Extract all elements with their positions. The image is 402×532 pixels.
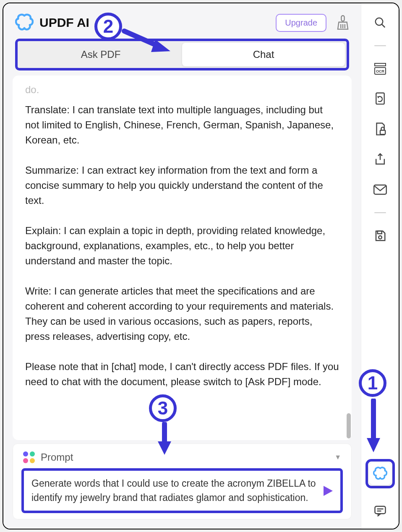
annotation-badge-2: 2 bbox=[94, 13, 122, 40]
svg-rect-13 bbox=[377, 231, 381, 234]
input-container: Prompt ▼ Generate words that I could use… bbox=[13, 443, 352, 519]
share-icon[interactable] bbox=[373, 152, 388, 167]
svg-rect-10 bbox=[380, 130, 385, 134]
svg-line-17 bbox=[124, 31, 159, 46]
app-frame: UPDF AI Upgrade Ask PDF Chat do. Transla… bbox=[3, 3, 399, 529]
logo-wrap: UPDF AI bbox=[15, 13, 89, 32]
chat-message-card: do. Translate: I can translate text into… bbox=[13, 76, 352, 440]
annotation-arrow-1 bbox=[365, 399, 382, 453]
svg-point-12 bbox=[379, 236, 382, 239]
ocr-icon[interactable]: OCR bbox=[373, 61, 388, 76]
search-icon[interactable] bbox=[373, 15, 388, 30]
rotate-icon[interactable] bbox=[373, 91, 388, 107]
send-button[interactable] bbox=[324, 486, 333, 496]
svg-marker-18 bbox=[151, 39, 170, 52]
upgrade-button[interactable]: Upgrade bbox=[276, 14, 326, 32]
ai-button-highlight bbox=[365, 459, 395, 488]
comment-icon[interactable] bbox=[373, 503, 388, 519]
svg-line-5 bbox=[381, 24, 385, 28]
app-logo-icon bbox=[15, 13, 34, 32]
prompt-selector[interactable]: Prompt ▼ bbox=[21, 450, 343, 468]
svg-marker-20 bbox=[158, 441, 171, 455]
annotation-arrow-3 bbox=[156, 422, 173, 456]
rail-divider bbox=[374, 212, 386, 213]
truncated-line: do. bbox=[25, 84, 339, 96]
chevron-down-icon: ▼ bbox=[334, 454, 341, 461]
svg-text:OCR: OCR bbox=[376, 69, 385, 73]
assistant-message-text: Translate: I can translate text into mul… bbox=[25, 102, 339, 389]
svg-point-4 bbox=[375, 18, 383, 26]
svg-rect-11 bbox=[374, 185, 386, 194]
scrollbar-thumb[interactable] bbox=[347, 413, 351, 438]
save-icon[interactable] bbox=[373, 228, 388, 243]
main-panel: UPDF AI Upgrade Ask PDF Chat do. Transla… bbox=[3, 3, 361, 529]
tabs-highlight: Ask PDF Chat bbox=[15, 39, 349, 70]
mail-icon[interactable] bbox=[373, 182, 388, 197]
svg-rect-0 bbox=[341, 16, 344, 21]
annotation-badge-3: 3 bbox=[149, 394, 177, 422]
svg-rect-14 bbox=[375, 506, 385, 514]
chat-input-highlight: Generate words that I could use to creat… bbox=[21, 468, 343, 513]
cleaner-icon[interactable] bbox=[337, 15, 349, 30]
svg-marker-22 bbox=[367, 438, 380, 452]
rail-divider bbox=[374, 45, 386, 46]
lock-file-icon[interactable] bbox=[373, 122, 388, 137]
annotation-badge-1: 1 bbox=[359, 369, 386, 397]
prompt-dots-icon bbox=[23, 451, 35, 463]
ai-assistant-button[interactable] bbox=[369, 462, 392, 485]
prompt-label: Prompt bbox=[41, 451, 73, 463]
tab-chat[interactable]: Chat bbox=[182, 43, 345, 66]
tabs-row: Ask PDF Chat bbox=[3, 39, 361, 70]
header: UPDF AI Upgrade bbox=[3, 3, 361, 39]
app-title: UPDF AI bbox=[39, 16, 89, 30]
svg-rect-8 bbox=[376, 93, 384, 104]
annotation-arrow-2 bbox=[122, 25, 172, 55]
chat-input[interactable]: Generate words that I could use to creat… bbox=[31, 477, 317, 505]
